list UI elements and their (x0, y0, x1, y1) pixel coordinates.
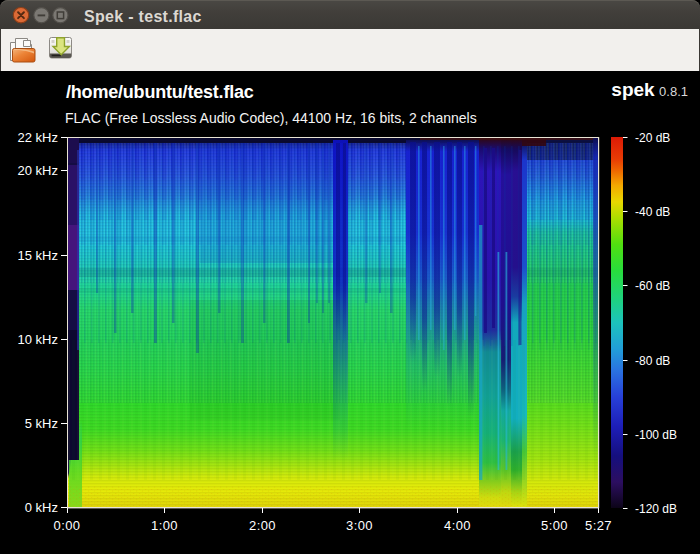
svg-text:10 kHz: 10 kHz (18, 332, 58, 347)
svg-text:3:00: 3:00 (346, 518, 373, 533)
svg-text:5:00: 5:00 (541, 518, 568, 533)
svg-text:5 kHz: 5 kHz (25, 416, 58, 431)
svg-text:2:00: 2:00 (249, 518, 276, 533)
svg-text:22 kHz: 22 kHz (18, 130, 58, 145)
svg-text:-120 dB: -120 dB (635, 502, 677, 516)
svg-text:-20 dB: -20 dB (635, 131, 670, 145)
svg-text:-80 dB: -80 dB (635, 354, 670, 368)
svg-text:0:00: 0:00 (54, 518, 81, 533)
svg-text:-60 dB: -60 dB (635, 279, 670, 293)
svg-text:15 kHz: 15 kHz (18, 248, 58, 263)
svg-text:4:00: 4:00 (444, 518, 471, 533)
svg-text:0 kHz: 0 kHz (25, 500, 58, 515)
svg-text:5:27: 5:27 (585, 518, 612, 533)
svg-text:-100 dB: -100 dB (635, 428, 677, 442)
svg-text:-40 dB: -40 dB (635, 205, 670, 219)
svg-text:20 kHz: 20 kHz (18, 163, 58, 178)
svg-text:1:00: 1:00 (151, 518, 178, 533)
